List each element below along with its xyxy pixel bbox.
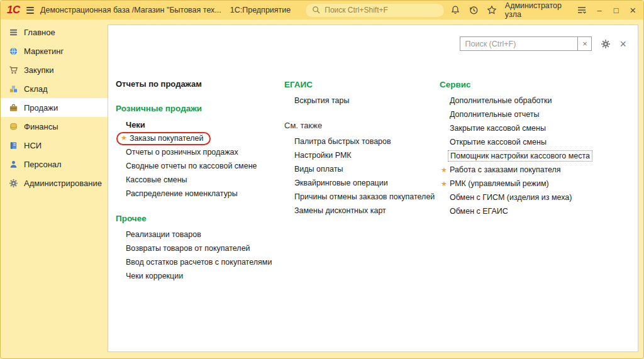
search-clear-button[interactable]: × bbox=[578, 36, 592, 51]
current-user[interactable]: Администратор узла bbox=[505, 1, 569, 19]
group-title: Сервис bbox=[440, 77, 633, 92]
minimize-button[interactable]: – bbox=[595, 6, 604, 14]
menu-group: СервисДополнительные обработкиДополнител… bbox=[440, 77, 633, 218]
panel-toolbar: × × bbox=[460, 36, 626, 51]
panel-close-button[interactable]: × bbox=[619, 38, 626, 50]
menu-item[interactable]: Распределение номенклатуры bbox=[116, 187, 284, 201]
menu-item-label: Ввод остатков расчетов с покупателями bbox=[126, 258, 272, 267]
panel-search-input[interactable] bbox=[460, 36, 578, 51]
sidebar-item-marketing[interactable]: Маркетинг bbox=[1, 41, 108, 60]
sidebar-item-sklad[interactable]: Склад bbox=[1, 79, 108, 98]
app-name: 1С:Предприятие bbox=[230, 6, 291, 14]
menu-item-label: Закрытие кассовой смены bbox=[450, 124, 546, 133]
menu-item[interactable]: Отчеты о розничных продажах bbox=[116, 145, 284, 159]
function-menu-panel: × × Отчеты по продажамРозничные продажиЧ… bbox=[108, 25, 638, 352]
panel-search-group: × bbox=[460, 36, 592, 51]
sidebar: ГлавноеМаркетингЗакупкиСкладПродажиФинан… bbox=[1, 19, 108, 358]
sidebar-item-finansy[interactable]: Финансы bbox=[1, 117, 108, 136]
maximize-button[interactable]: □ bbox=[612, 6, 621, 14]
menu-item-label: Замены дисконтных карт bbox=[294, 206, 386, 215]
global-search-box[interactable]: Поиск Ctrl+Shift+F bbox=[306, 4, 444, 17]
menu-item-label: Обмен с ЕГАИС bbox=[450, 207, 508, 216]
menu-item[interactable]: Чеки коррекции bbox=[116, 269, 284, 283]
menu-item[interactable]: ★Работа с заказами покупателя bbox=[440, 163, 633, 177]
panel-settings-gear-icon[interactable] bbox=[600, 38, 611, 50]
menu-item-label: РМК (управляемый режим) bbox=[450, 179, 549, 188]
menu-item-label: Виды оплаты bbox=[294, 165, 343, 174]
menu-item[interactable]: Чеки bbox=[116, 118, 284, 131]
menu-item-label: Работа с заказами покупателя bbox=[450, 165, 561, 174]
menu-item[interactable]: Реализации товаров bbox=[116, 228, 284, 241]
global-search-placeholder: Поиск Ctrl+Shift+F bbox=[325, 6, 388, 14]
service-menu-icon[interactable] bbox=[577, 5, 587, 16]
sidebar-item-label: Главное bbox=[24, 28, 55, 37]
menu-column-2: ЕГАИСВскрытия тарыСм. такжеПалитра быстр… bbox=[284, 77, 440, 228]
star-icon: ★ bbox=[121, 134, 127, 142]
menu-item-label: Обмен с ГИСМ (изделия из меха) bbox=[450, 193, 572, 202]
menu-group: Отчеты по продажам bbox=[116, 77, 284, 91]
menu-item[interactable]: ★РМК (управляемый режим) bbox=[440, 177, 633, 191]
menu-item-label: Кассовые смены bbox=[126, 175, 187, 184]
sidebar-item-personal[interactable]: Персонал bbox=[1, 155, 108, 174]
sidebar-item-nsi[interactable]: НСИ bbox=[1, 136, 108, 155]
sidebar-item-zakupki[interactable]: Закупки bbox=[1, 60, 108, 79]
app-window: { "colors": { "accent_green": "#119c49",… bbox=[0, 0, 644, 359]
admin-icon bbox=[8, 178, 18, 188]
sidebar-item-label: Склад bbox=[24, 84, 48, 94]
menu-item[interactable]: Сводные отчеты по кассовой смене bbox=[116, 159, 284, 173]
titlebar: 1С Демонстрационная база /Магазин "Бытов… bbox=[1, 1, 643, 19]
menu-item[interactable]: Замены дисконтных карт bbox=[284, 204, 440, 218]
menu-item[interactable]: Ввод остатков расчетов с покупателями bbox=[116, 255, 284, 269]
menu-item-label: Чеки bbox=[126, 120, 145, 130]
hamburger-menu-icon[interactable] bbox=[26, 7, 34, 14]
function-menu-columns: Отчеты по продажамРозничные продажиЧеки★… bbox=[116, 77, 633, 293]
menu-item-label: Палитра быстрых товаров bbox=[294, 137, 391, 146]
menu-item[interactable]: Настройки РМК bbox=[284, 148, 440, 162]
menu-item[interactable]: Виды оплаты bbox=[284, 162, 440, 176]
group-title: Прочее bbox=[116, 211, 284, 226]
close-window-button[interactable]: × bbox=[628, 5, 637, 16]
menu-item[interactable]: Открытие кассовой смены bbox=[440, 135, 633, 149]
menu-group: Розничные продажиЧеки★Заказы покупателей… bbox=[116, 101, 284, 201]
menu-item[interactable]: Отчеты по продажам bbox=[116, 77, 284, 91]
window-title: Демонстрационная база /Магазин "Бытовая … bbox=[40, 6, 291, 14]
menu-item[interactable]: Дополнительные отчеты bbox=[440, 108, 633, 121]
menu-item[interactable]: Эквайринговые операции bbox=[284, 176, 440, 190]
menu-item[interactable]: Закрытие кассовой смены bbox=[440, 121, 633, 135]
database-title: Демонстрационная база /Магазин "Бытовая … bbox=[40, 6, 221, 14]
menu-item[interactable]: Помощник настройки кассового места bbox=[440, 149, 633, 163]
menu-item-label: Вскрытия тары bbox=[294, 96, 349, 105]
sidebar-item-glavnoe[interactable]: Главное bbox=[1, 23, 108, 41]
menu-item-label: Распределение номенклатуры bbox=[126, 189, 238, 198]
sidebar-item-administrirovanie[interactable]: Администрирование bbox=[1, 174, 108, 192]
sidebar-item-label: Администрирование bbox=[24, 179, 102, 188]
history-clock-icon[interactable] bbox=[469, 5, 479, 16]
menu-item[interactable]: ★Заказы покупателей bbox=[116, 131, 284, 145]
sidebar-item-prodazhi[interactable]: Продажи bbox=[1, 98, 108, 117]
staff-icon bbox=[8, 159, 18, 169]
group-title: См. также bbox=[284, 118, 440, 133]
warehouse-icon bbox=[8, 84, 18, 94]
star-icon: ★ bbox=[441, 180, 447, 188]
highlight-box: ★Заказы покупателей bbox=[116, 132, 211, 145]
menu-column-1: Отчеты по продажамРозничные продажиЧеки★… bbox=[116, 77, 284, 293]
menu-item-label: Дополнительные отчеты bbox=[450, 110, 540, 119]
star-icon: ★ bbox=[441, 166, 447, 174]
favorites-star-icon[interactable] bbox=[487, 5, 497, 16]
menu-item[interactable]: Возвраты товаров от покупателей bbox=[116, 241, 284, 255]
menu-item[interactable]: Обмен с ГИСМ (изделия из меха) bbox=[440, 191, 633, 204]
notifications-bell-icon[interactable] bbox=[450, 5, 460, 16]
menu-item[interactable]: Вскрытия тары bbox=[284, 94, 440, 108]
menu-item[interactable]: Причины отмены заказов покупателей bbox=[284, 190, 440, 204]
sidebar-item-label: НСИ bbox=[24, 141, 42, 150]
menu-item-label: Помощник настройки кассового места bbox=[448, 150, 592, 162]
menu-item[interactable]: Дополнительные обработки bbox=[440, 94, 633, 108]
menu-item[interactable]: Палитра быстрых товаров bbox=[284, 135, 440, 148]
group-title: Розничные продажи bbox=[116, 101, 284, 116]
menu-item[interactable]: Обмен с ЕГАИС bbox=[440, 204, 633, 218]
sales-icon bbox=[8, 102, 18, 113]
marketing-icon bbox=[8, 46, 18, 56]
menu-item[interactable]: Кассовые смены bbox=[116, 173, 284, 187]
menu-item-label: Настройки РМК bbox=[294, 151, 352, 160]
sidebar-item-label: Маркетинг bbox=[24, 47, 64, 56]
